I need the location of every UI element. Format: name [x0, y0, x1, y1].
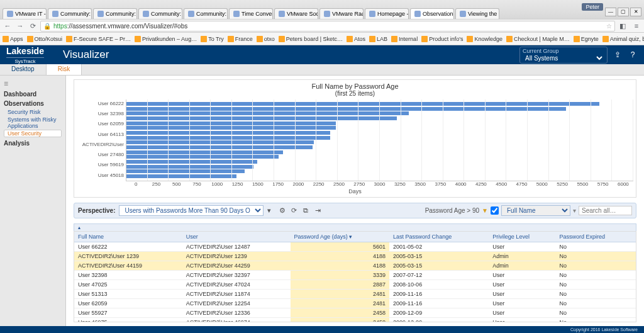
table-row[interactable]: ACTIVEDIR2\User 1239ACTIVEDIR2\User 1239… [74, 252, 636, 261]
export-icon[interactable]: ⇥ [315, 206, 323, 215]
tab-label: Observations - Vi... [423, 11, 454, 17]
bookmark-item[interactable]: Apps [3, 36, 23, 42]
table-cell: 4188 [291, 252, 390, 261]
column-header[interactable]: User [182, 232, 291, 242]
reload-icon[interactable]: ⟳ [28, 21, 38, 31]
chevron-down-icon[interactable]: ▾ [573, 207, 576, 214]
refresh-icon[interactable]: ⟳ [291, 206, 299, 215]
sidebar-dashboard[interactable]: Dashboard [4, 91, 62, 98]
sidebar-item[interactable]: Systems with Risky Applications [4, 116, 62, 130]
bookmark-item[interactable]: Privatkunden – Aug… [135, 36, 197, 42]
current-group-selector[interactable]: Current Group All Systems [519, 47, 608, 64]
browser-tab[interactable]: Time Converter a...× [229, 8, 273, 19]
bookmark-item[interactable]: otxo [257, 36, 275, 42]
table-cell: ACTIVEDIR2\User 44159 [74, 261, 182, 271]
table-cell: No [556, 280, 636, 290]
perspective-label: Perspective: [78, 207, 115, 214]
forward-icon[interactable]: → [15, 21, 25, 31]
browser-tab[interactable]: Observations - Vi...× [410, 8, 454, 19]
browser-tab[interactable]: Community: VMw...× [48, 8, 92, 19]
search-input[interactable] [579, 206, 632, 215]
table-row[interactable]: User 62059ACTIVEDIR2\User 1225424812009-… [74, 299, 636, 308]
bookmark-item[interactable]: To Try [201, 36, 224, 42]
bookmark-item[interactable]: Atos [347, 36, 365, 42]
app-header: Lakeside SysTrack Visualizer Current Gro… [0, 45, 644, 64]
table-row[interactable]: User 51313ACTIVEDIR2\User 1187424812009-… [74, 290, 636, 299]
data-table: Full NameUserPassword Age (days)Last Pas… [74, 232, 636, 322]
table-cell: 2458 [291, 308, 390, 318]
search-column-select[interactable]: Full Name [501, 205, 570, 216]
table-cell: User [489, 280, 555, 290]
table-row[interactable]: User 66222ACTIVEDIR2\User 1248756012001-… [74, 242, 636, 252]
browser-tab[interactable]: VMware Radius | ...× [319, 8, 364, 19]
maximize-button[interactable]: ▢ [618, 8, 629, 16]
folder-icon [467, 36, 473, 42]
bookmark-item[interactable]: Product info's [421, 36, 463, 42]
chart-x-label: Days [77, 188, 633, 195]
table-cell: User 51313 [74, 290, 182, 299]
bookmark-item[interactable]: Egnyte [574, 36, 599, 42]
sidebar-item[interactable]: Security Risk [4, 108, 62, 116]
table-cell: User [489, 299, 555, 308]
sidebar-observations[interactable]: Observations [4, 100, 62, 107]
share-icon[interactable]: ⇪ [613, 50, 623, 60]
subtab-risk[interactable]: Risk [47, 64, 82, 75]
url-input[interactable]: 🔒 https://assessment.vmware.com/Visualiz… [40, 21, 615, 31]
sidebar-analysis[interactable]: Analysis [4, 140, 62, 147]
settings-gear-icon[interactable]: ⚙ [279, 206, 287, 215]
folder-icon [602, 36, 609, 42]
column-header[interactable]: Full Name [74, 232, 182, 242]
browser-tab[interactable]: VMware IT - VMw...× [3, 8, 47, 19]
table-cell: No [556, 252, 636, 261]
bookmark-item[interactable]: Checkout | Maple M… [506, 36, 570, 42]
back-icon[interactable]: ← [3, 21, 13, 31]
table-row[interactable]: ACTIVEDIR2\User 44159ACTIVEDIR2\User 442… [74, 261, 636, 271]
browser-tab[interactable]: VMware Social M...× [274, 8, 318, 19]
column-header[interactable]: Password Expired [556, 232, 636, 242]
menu-icon[interactable]: ≡ [631, 21, 641, 31]
tab-label: VMware Radius | ... [332, 11, 364, 17]
perspective-select[interactable]: Users with Passwords More Than 90 Days O… [119, 205, 264, 216]
table-row[interactable]: User 46975ACTIVEDIR2\User 4697424582009-… [74, 318, 636, 323]
table-row[interactable]: User 47025ACTIVEDIR2\User 4702428872008-… [74, 280, 636, 290]
table-row[interactable]: User 55927ACTIVEDIR2\User 1233624582009-… [74, 308, 636, 318]
data-table-wrapper[interactable]: Full NameUserPassword Age (days)Last Pas… [74, 231, 636, 322]
column-header[interactable]: Privilege Level [489, 232, 555, 242]
bookmark-item[interactable]: LAB [369, 36, 387, 42]
bookmark-item[interactable]: F-Secure SAFE – Pr… [66, 36, 131, 42]
favicon-icon [52, 11, 58, 17]
copy-icon[interactable]: ⧉ [303, 206, 311, 215]
filter-checkbox[interactable] [491, 206, 499, 215]
bookmark-item[interactable]: France [228, 36, 253, 42]
hamburger-icon[interactable]: ≡ [4, 79, 62, 88]
collapse-toggle-icon[interactable]: ▴ [74, 223, 636, 231]
sidebar-item[interactable]: User Security [4, 130, 62, 137]
browser-user-badge[interactable]: Peter [582, 3, 603, 11]
browser-tab[interactable]: Community: Hori...× [138, 8, 182, 19]
chevron-down-icon[interactable]: ▾ [267, 206, 275, 215]
subtab-desktop[interactable]: Desktop [0, 64, 47, 75]
column-header[interactable]: Last Password Change [389, 232, 489, 242]
column-header[interactable]: Password Age (days) [291, 232, 390, 242]
bookmark-item[interactable]: Knowledge [467, 36, 502, 42]
browser-tab[interactable]: Community: VMw...× [93, 8, 137, 19]
bookmark-item[interactable]: Animal quiz, behav… [602, 36, 644, 42]
table-row[interactable]: User 32398ACTIVEDIR2\User 3239733392007-… [74, 271, 636, 280]
close-button[interactable]: ✕ [630, 8, 641, 16]
bookmark-star-icon[interactable]: ☆ [606, 23, 612, 30]
browser-tab[interactable]: Viewing the User ...× [455, 8, 499, 19]
extension-icon[interactable]: ◧ [618, 21, 628, 31]
minimize-button[interactable]: — [605, 8, 616, 16]
bookmark-item[interactable]: Peters board | Sketc… [279, 36, 343, 42]
table-cell: 2887 [291, 280, 390, 290]
filter-funnel-icon[interactable]: ▼ [482, 207, 488, 214]
bookmark-item[interactable]: Otto/Kotsui [27, 36, 63, 42]
folder-icon [347, 36, 353, 42]
help-icon[interactable]: ? [628, 50, 638, 60]
browser-tab[interactable]: Homepage - SysT...× [365, 8, 409, 19]
bookmark-item[interactable]: Internal [391, 36, 418, 42]
group-select[interactable]: All Systems [523, 54, 604, 62]
browser-tab[interactable]: Community: VMw...× [184, 8, 228, 19]
table-cell: Admin [489, 252, 555, 261]
chart-y-labels: User 66222User 32398User 62059User 64113… [77, 99, 126, 181]
